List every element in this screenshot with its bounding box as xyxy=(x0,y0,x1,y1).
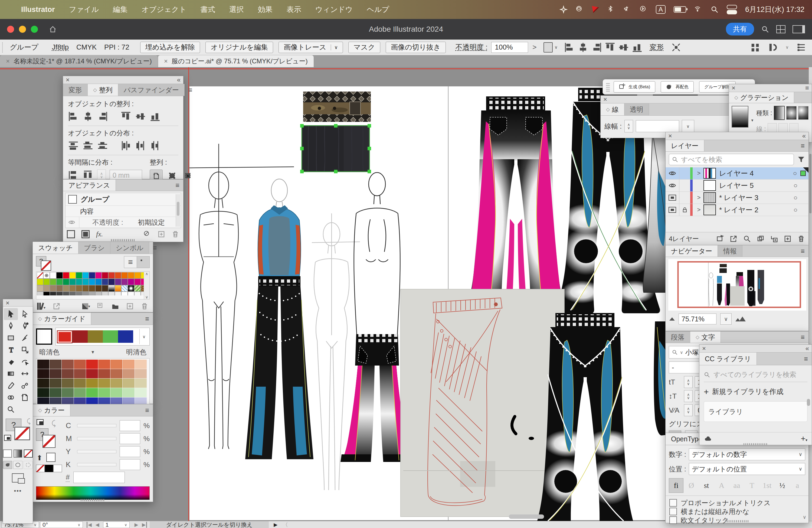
swatch-0-0[interactable] xyxy=(37,272,43,279)
dist-right-icon[interactable] xyxy=(150,140,160,151)
zoom-in-icon[interactable] xyxy=(735,316,746,322)
list-view-button[interactable]: ≡ xyxy=(124,256,137,268)
direct-selection-tool[interactable] xyxy=(18,308,32,320)
swatch-0-14[interactable] xyxy=(128,272,134,279)
gradient-linear-button[interactable] xyxy=(774,106,785,120)
tab-pathfinder[interactable]: パスファインダー xyxy=(118,84,185,96)
create-library-button[interactable]: + 新規ライブラリを作成 xyxy=(699,382,812,401)
cloud-sync-icon[interactable] xyxy=(704,434,712,443)
hspace-icon[interactable] xyxy=(83,170,93,181)
tab-close-icon[interactable]: × xyxy=(6,57,10,65)
artboard-tool[interactable] xyxy=(18,391,32,403)
sync-library-icon[interactable] xyxy=(53,302,61,310)
tab-transparency[interactable]: 透明 xyxy=(624,103,649,115)
layer-visibility-icon[interactable] xyxy=(666,192,679,204)
menu-item-2[interactable]: オブジェクト xyxy=(134,4,193,14)
next-artboard-icon[interactable]: ▶ xyxy=(134,522,138,528)
swatch-options-icon[interactable] xyxy=(97,302,105,310)
taskbar-grip[interactable] xyxy=(606,82,610,91)
clear-appearance-icon[interactable] xyxy=(143,230,151,238)
opentype-scroll-icon[interactable]: ∨ xyxy=(803,514,806,520)
cb-align-icon-2[interactable] xyxy=(591,42,602,53)
last-artboard-icon[interactable]: ▶ xyxy=(142,522,147,528)
opentype-glyph-aa[interactable]: aa xyxy=(729,478,744,493)
vspace-icon[interactable] xyxy=(68,170,79,181)
menu-item-4[interactable]: 選択 xyxy=(222,4,251,14)
swatch-0-7[interactable] xyxy=(82,272,89,279)
swatch-2-0[interactable] xyxy=(37,285,43,291)
layer-lock-icon[interactable] xyxy=(679,180,690,191)
opentype-glyph-Ø[interactable]: Ø xyxy=(684,478,699,493)
cg-swatch-3-6[interactable] xyxy=(111,388,122,397)
appearance-menu-icon[interactable]: ≡ xyxy=(172,180,183,191)
tab-symbols[interactable]: シンボル xyxy=(111,242,149,254)
color-spectrum-bar[interactable] xyxy=(36,486,150,500)
unembed-button[interactable]: 埋め込みを解除 xyxy=(140,42,200,53)
toolbar-mini-pair[interactable] xyxy=(4,435,11,441)
cg-swatch-0-6[interactable] xyxy=(111,360,122,369)
channel-field-Y[interactable] xyxy=(120,446,140,457)
swatch-3-11[interactable] xyxy=(108,291,115,296)
cg-swatch-2-1[interactable] xyxy=(49,379,61,388)
make-mask-icon[interactable] xyxy=(756,235,765,243)
layers-close-icon[interactable]: × xyxy=(668,132,672,140)
cg-swatch-2-7[interactable] xyxy=(122,379,134,388)
cg-swatch-2-6[interactable] xyxy=(111,379,122,388)
cclib-menu-icon[interactable]: ≡ xyxy=(800,353,812,365)
image-trace-button[interactable]: 画像トレース∨ xyxy=(278,42,343,53)
channel-field-M[interactable] xyxy=(120,433,140,444)
search-icon[interactable] xyxy=(761,25,769,33)
swatch-0-13[interactable] xyxy=(121,272,128,279)
constrain-dropdown[interactable]: ∨ xyxy=(785,45,789,50)
panel-menu-icon[interactable]: ≡ xyxy=(185,84,196,96)
align-vcenter-icon[interactable] xyxy=(135,111,146,122)
swatch-3-15[interactable] xyxy=(134,291,141,296)
grid-view-button[interactable] xyxy=(137,256,149,268)
opacity-expand-icon[interactable]: > xyxy=(528,43,541,52)
cg-swatch-1-7[interactable] xyxy=(122,369,134,378)
menu-item-0[interactable]: ファイル xyxy=(62,4,106,14)
swatch-1-14[interactable] xyxy=(128,279,134,285)
swatch-1-10[interactable] xyxy=(102,279,108,285)
eyedropper-tool[interactable] xyxy=(4,380,18,391)
swatch-0-12[interactable] xyxy=(115,272,121,279)
cg-swatch-1-4[interactable] xyxy=(86,369,98,378)
new-group-folder-icon[interactable] xyxy=(111,302,119,310)
locate-object-icon[interactable] xyxy=(743,235,751,243)
tab-transform[interactable]: 変形 xyxy=(63,84,88,96)
swatch-1-9[interactable] xyxy=(95,279,102,285)
cg-swatch-0-8[interactable] xyxy=(135,360,147,369)
swatch-1-15[interactable] xyxy=(134,279,141,285)
fill-gradient-button[interactable] xyxy=(14,449,23,458)
gradient-thumb[interactable] xyxy=(731,106,749,128)
layer-lock-icon[interactable] xyxy=(679,204,690,216)
kerning-stepper[interactable]: ∧∨ xyxy=(684,404,693,416)
opentype-glyph-A[interactable]: A xyxy=(714,478,729,493)
layer-row-レイヤー 4[interactable]: >レイヤー 4○ xyxy=(666,167,809,180)
swatch-2-7[interactable] xyxy=(82,285,89,291)
play-circle-icon[interactable] xyxy=(640,5,648,14)
tab-brushes[interactable]: ブラシ xyxy=(78,242,111,254)
gradient-tool[interactable] xyxy=(4,368,18,380)
dist-left-icon[interactable] xyxy=(120,140,131,151)
linked-file-label[interactable]: Jf8tlp xyxy=(52,43,69,52)
control-center-icon[interactable] xyxy=(727,5,737,14)
pen-tool[interactable] xyxy=(4,320,18,332)
release-mask-icon[interactable] xyxy=(729,235,738,243)
doc-setup-dropdown[interactable]: ∨ xyxy=(554,45,557,50)
swatch-3-13[interactable] xyxy=(121,291,128,296)
cg-swatch-3-4[interactable] xyxy=(86,388,98,397)
tab-cc-libraries[interactable]: CC ライブラリ xyxy=(699,353,757,365)
zoom-out-icon[interactable] xyxy=(669,317,675,320)
creative-cloud-icon[interactable] xyxy=(576,5,584,14)
paintbrush-tool[interactable] xyxy=(18,332,32,344)
cb-align-icon-1[interactable] xyxy=(578,42,589,53)
wifi-icon[interactable] xyxy=(694,5,702,14)
swatch-3-3[interactable] xyxy=(56,291,63,296)
layer-thumbnail[interactable] xyxy=(704,204,716,215)
swatch-scrollbar[interactable]: ∧∨ xyxy=(144,272,149,299)
opentype-glyph-½[interactable]: ½ xyxy=(775,478,789,493)
swatch-2-6[interactable] xyxy=(76,285,82,291)
opentype-glyph-1st[interactable]: 1st xyxy=(760,478,774,493)
swatch-3-7[interactable] xyxy=(82,291,89,296)
